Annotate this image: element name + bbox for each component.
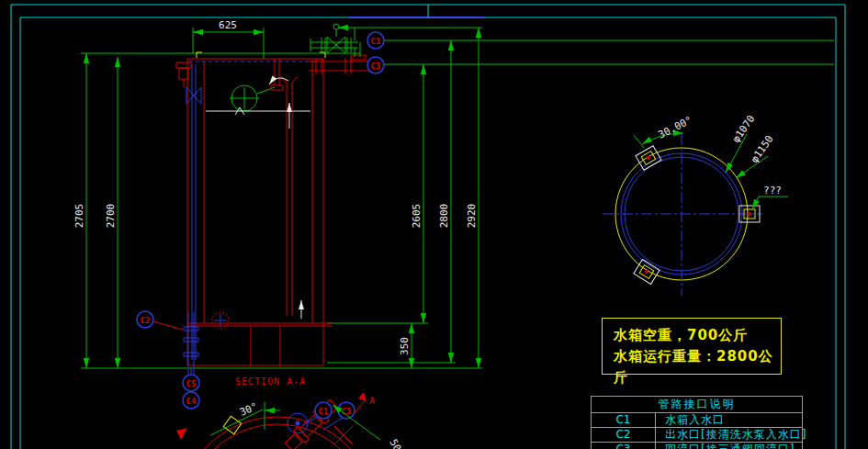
dim-350: 350	[399, 337, 411, 355]
balloon-c2: C2	[137, 311, 153, 328]
svg-text:C1: C1	[371, 37, 381, 46]
pipe-desc: 出水口[接清洗水泵入水口]	[656, 428, 806, 442]
dim-unknown: ???	[763, 185, 782, 196]
svg-text:C1: C1	[319, 407, 329, 416]
dim-2705: 2705	[73, 204, 85, 229]
dim-2605: 2605	[411, 204, 423, 229]
balloon-c4: C4	[183, 392, 199, 409]
inlet-piping	[309, 24, 369, 74]
dim-625: 625	[219, 19, 237, 31]
svg-text:C4: C4	[186, 397, 197, 406]
dim-2920: 2920	[466, 204, 478, 229]
svg-text:C5: C5	[186, 379, 197, 388]
weight-note-box: 水箱空重，700公斤 水箱运行重量：2800公斤	[602, 318, 782, 375]
section-marker-a: A	[355, 392, 376, 412]
pipe-code: C1	[592, 413, 656, 427]
svg-text:C2: C2	[141, 316, 151, 325]
pipe-code: C3	[592, 443, 656, 449]
section-label: SECTION A-A	[235, 376, 306, 387]
tank-internals	[176, 59, 316, 360]
cad-drawing-canvas[interactable]: 625 2705 2700 2605 2800 2920 350	[0, 0, 868, 449]
svg-text:C3: C3	[371, 62, 381, 71]
pipe-desc: 回流口[接三通阀回流口]	[656, 443, 802, 449]
dim-angle-30-detail: 30°	[238, 400, 259, 419]
svg-text:A: A	[369, 396, 376, 406]
pipe-code: C2	[592, 428, 656, 442]
table-row: C3 回流口[接三通阀回流口]	[592, 443, 802, 449]
pipe-desc: 水箱入水口	[656, 413, 802, 427]
dim-angle-30: 30.00°	[656, 114, 693, 141]
balloon-c1: C1	[367, 32, 384, 49]
detail-view: 30° C1 C3 A 50	[176, 392, 403, 449]
dim-2700: 2700	[105, 204, 117, 229]
table-row: C2 出水口[接清洗水泵入水口]	[592, 428, 802, 443]
table-row: C1 水箱入水口	[592, 413, 802, 428]
balloon-c3: C3	[367, 57, 384, 73]
pipe-table-title: 管路接口说明	[592, 397, 802, 413]
weight-empty-line: 水箱空重，700公斤	[614, 325, 781, 346]
dim-50: 50	[387, 437, 403, 449]
plan-view: 30.00° φ1070 φ1150 ???	[603, 113, 788, 296]
balloon-c5: C5	[183, 375, 199, 391]
tank-outline	[187, 52, 333, 365]
valve-icon	[327, 37, 336, 53]
pipe-connection-table: 管路接口说明 C1 水箱入水口 C2 出水口[接清洗水泵入水口] C3 回流口[…	[591, 396, 803, 449]
dim-2800: 2800	[438, 204, 450, 229]
weight-operating-line: 水箱运行重量：2800公斤	[614, 346, 781, 388]
balloon-detail-c1: C1	[315, 402, 332, 419]
